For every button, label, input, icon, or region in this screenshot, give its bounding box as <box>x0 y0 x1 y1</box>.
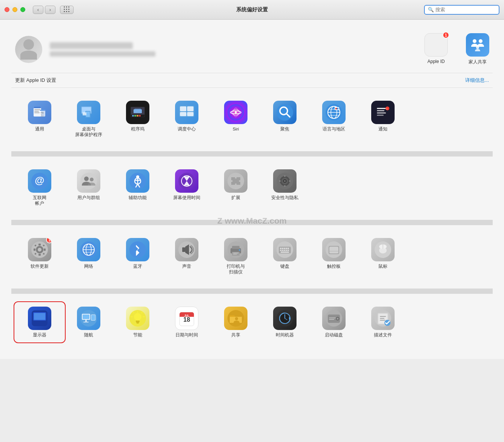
pref-general[interactable]: File New One 通用 <box>15 97 64 141</box>
pref-siri[interactable]: Siri <box>211 97 260 141</box>
pref-notify[interactable]: ! 通知 <box>358 97 407 141</box>
pref-screentime[interactable]: 屏幕使用时间 <box>162 166 211 210</box>
family-svg-icon <box>470 37 486 53</box>
mouse-label: 鼠标 <box>378 264 387 269</box>
spotlight-icon <box>273 101 297 124</box>
pref-datetime[interactable]: JUL 18 日期与时间 <box>162 303 211 342</box>
screentime-icon <box>175 169 198 193</box>
pref-software[interactable]: 1 软件更新 <box>15 234 64 279</box>
account-row: @ 互联网帐户 用户与群组 <box>15 166 489 210</box>
svg-rect-115 <box>284 248 285 249</box>
pref-energy[interactable]: 节能 <box>113 303 162 342</box>
avatar-person-icon <box>20 39 37 60</box>
search-input[interactable] <box>435 7 496 12</box>
apple-id-button[interactable]: 1 Apple ID <box>421 33 451 64</box>
pref-desktop[interactable]: 桌面与屏幕保护程序 <box>64 97 113 141</box>
pref-internet[interactable]: @ 互联网帐户 <box>15 166 64 210</box>
minimize-button[interactable] <box>12 7 17 12</box>
pref-printer[interactable]: 打印机与扫描仪 <box>211 234 260 279</box>
avatar[interactable] <box>15 36 42 63</box>
extensions-label: 扩展 <box>231 195 240 201</box>
printer-svg <box>227 241 245 259</box>
sharing-label: 共享 <box>231 332 240 338</box>
search-box[interactable]: 🔍 <box>424 5 499 15</box>
svg-point-160 <box>235 317 238 320</box>
trackpad-svg <box>325 241 343 259</box>
apple-id-label: Apple ID <box>427 59 445 64</box>
search-icon: 🔍 <box>428 7 434 12</box>
desktop-label: 桌面与屏幕保护程序 <box>75 126 102 138</box>
back-button[interactable]: ‹ <box>33 6 43 14</box>
svg-rect-4 <box>34 107 41 108</box>
grid-view-button[interactable] <box>60 6 74 14</box>
family-sharing-button[interactable]: 家人共享 <box>463 33 493 65</box>
screentime-label: 屏幕使用时间 <box>173 195 200 201</box>
profiles-svg <box>374 309 392 327</box>
pref-security[interactable]: 安全性与隐私 <box>260 166 309 210</box>
pref-network[interactable]: 网络 <box>64 234 113 279</box>
pref-timemachine[interactable]: 时间机器 <box>260 303 309 342</box>
svg-point-70 <box>178 173 195 189</box>
access-label: 辅助功能 <box>129 195 147 201</box>
datetime-label: 日期与时间 <box>175 332 198 338</box>
language-svg <box>325 103 343 121</box>
pref-sharing[interactable]: 共享 <box>211 303 260 342</box>
pref-startup[interactable]: 启动磁盘 <box>309 303 358 342</box>
trackpad-icon <box>322 238 346 261</box>
pref-extensions[interactable]: 扩展 <box>211 166 260 210</box>
close-button[interactable] <box>5 7 9 12</box>
profiles-label: 描述文件 <box>374 332 392 338</box>
svg-rect-139 <box>83 315 89 319</box>
pref-users[interactable]: 用户与群组 <box>64 166 113 210</box>
svg-rect-7 <box>34 112 40 113</box>
svg-rect-89 <box>44 249 46 251</box>
pref-bluetooth[interactable]: 蓝牙 <box>113 234 162 279</box>
apple-id-icon: 1 <box>424 33 448 57</box>
pref-language[interactable]: 语言与地区 <box>309 97 358 141</box>
svg-point-1 <box>479 39 482 43</box>
pref-sidecar[interactable]: 随航 <box>64 303 113 342</box>
pref-trackpad[interactable]: 触控板 <box>309 234 358 279</box>
svg-rect-24 <box>134 115 136 117</box>
energy-icon <box>126 307 149 330</box>
svg-point-60 <box>80 173 97 189</box>
maximize-button[interactable] <box>20 7 25 12</box>
display-icon <box>28 307 51 330</box>
svg-rect-147 <box>136 322 139 323</box>
svg-point-80 <box>289 180 290 182</box>
svg-point-39 <box>277 104 293 121</box>
update-details-link[interactable]: 详细信息... <box>465 77 489 84</box>
pref-dock[interactable]: 程序坞 <box>113 97 162 141</box>
profile-info <box>50 42 155 57</box>
svg-rect-102 <box>182 247 185 252</box>
pref-keyboard[interactable]: 键盘 <box>260 234 309 279</box>
dock-svg <box>129 103 147 121</box>
pref-sound[interactable]: 声音 <box>162 234 211 279</box>
svg-rect-146 <box>136 321 140 322</box>
pref-display[interactable]: 显示器 <box>15 303 64 342</box>
extensions-icon <box>224 169 247 193</box>
svg-text:!: ! <box>387 108 387 110</box>
pref-mouse[interactable]: 鼠标 <box>358 234 407 279</box>
update-text: 更新 Apple ID 设置 <box>15 77 56 84</box>
svg-point-62 <box>90 178 94 181</box>
pref-spotlight[interactable]: 聚焦 <box>260 97 309 141</box>
profile-email <box>50 51 155 57</box>
forward-button[interactable]: › <box>45 6 55 14</box>
users-svg <box>80 172 98 190</box>
users-icon <box>77 169 100 193</box>
security-label: 安全性与隐私 <box>271 195 298 201</box>
pref-profiles[interactable]: 描述文件 <box>358 303 407 342</box>
printer-icon <box>224 238 247 261</box>
other-section: 显示器 随航 <box>11 294 493 351</box>
section-separator-3 <box>11 289 493 294</box>
pref-access[interactable]: 辅助功能 <box>113 166 162 210</box>
svg-rect-86 <box>38 244 41 246</box>
svg-rect-55 <box>377 115 384 116</box>
users-label: 用户与群组 <box>77 195 100 201</box>
svg-rect-118 <box>280 250 281 251</box>
pref-mission[interactable]: 调度中心 <box>162 97 211 141</box>
svg-rect-33 <box>187 112 194 116</box>
account-section: @ 互联网帐户 用户与群组 <box>11 157 493 220</box>
family-sharing-icon <box>466 33 489 57</box>
